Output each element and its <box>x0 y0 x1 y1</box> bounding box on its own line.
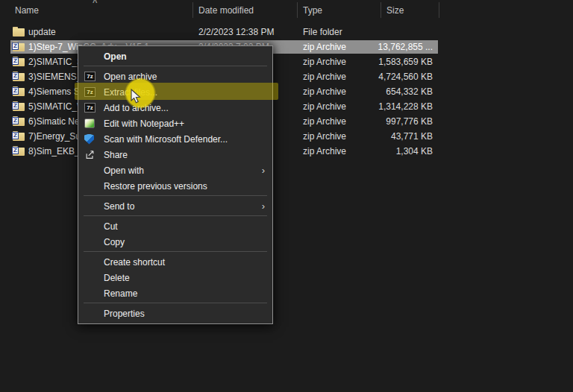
menu-item-open[interactable]: Open <box>78 48 272 64</box>
file-type: zip Archive <box>303 42 346 52</box>
7zip-icon <box>84 103 96 113</box>
zip-archive-icon: Z <box>12 57 26 67</box>
zip-archive-icon: Z <box>12 116 26 127</box>
menu-separator <box>84 215 267 216</box>
zip-archive-icon: Z <box>12 72 26 82</box>
microsoft-defender-shield-icon <box>84 134 94 145</box>
column-header-name[interactable]: Name <box>15 5 39 16</box>
column-divider[interactable] <box>297 2 298 18</box>
file-size: 4,724,560 KB <box>349 72 433 82</box>
menu-item-cut[interactable]: Cut <box>78 218 272 234</box>
menu-item-scan-with-defender[interactable]: Scan with Microsoft Defender... <box>78 131 272 147</box>
menu-item-create-shortcut[interactable]: Create shortcut <box>78 254 272 270</box>
file-type: File folder <box>303 27 342 37</box>
file-name: 2)SIMATIC_S <box>28 57 83 67</box>
zip-archive-icon: Z <box>12 86 26 97</box>
menu-item-edit-with-notepad-plus-plus[interactable]: Edit with Notepad++ <box>78 116 272 131</box>
file-name: 7)Energy_Su <box>28 131 81 142</box>
chevron-right-icon: › <box>262 165 265 175</box>
file-size: 1,304 KB <box>349 146 433 157</box>
context-menu: Open Open archive Extract files... Add t… <box>78 45 273 324</box>
menu-separator <box>84 251 267 252</box>
menu-separator <box>84 303 267 303</box>
file-size: 997,776 KB <box>349 116 433 127</box>
zip-archive-icon: Z <box>12 101 26 112</box>
file-row-update[interactable]: update 2/2/2023 12:38 PM File folder <box>0 25 573 39</box>
menu-item-open-archive[interactable]: Open archive <box>78 69 272 84</box>
file-name: 4)Siemens S <box>28 86 80 97</box>
menu-separator <box>84 195 267 196</box>
menu-item-share[interactable]: Share <box>78 147 272 162</box>
file-size: 654,332 KB <box>349 86 433 97</box>
menu-separator <box>84 66 267 66</box>
menu-item-send-to[interactable]: Send to › <box>78 198 272 214</box>
zip-archive-icon: Z <box>12 146 26 157</box>
menu-item-restore-previous-versions[interactable]: Restore previous versions <box>78 178 272 194</box>
share-icon <box>84 150 96 160</box>
file-type: zip Archive <box>303 101 346 112</box>
file-type: zip Archive <box>303 72 346 82</box>
file-explorer-window: ^ Name Date modified Type Size update 2/… <box>0 0 573 392</box>
file-type: zip Archive <box>303 86 346 97</box>
sort-ascending-icon: ^ <box>93 0 97 7</box>
notepad-plus-plus-icon <box>84 118 95 128</box>
file-size: 43,771 KB <box>349 131 433 142</box>
folder-icon <box>12 27 26 37</box>
file-size: 1,583,659 KB <box>349 57 433 67</box>
file-type: zip Archive <box>303 116 346 127</box>
file-name: 8)Sim_EKB_I <box>28 146 82 157</box>
menu-item-delete[interactable]: Delete <box>78 270 272 285</box>
menu-item-properties[interactable]: Properties <box>78 306 272 321</box>
column-header-size[interactable]: Size <box>386 5 404 16</box>
zip-archive-icon: Z <box>12 131 26 142</box>
column-divider[interactable] <box>381 2 381 18</box>
menu-item-extract-files[interactable]: Extract files... <box>78 84 272 100</box>
chevron-right-icon: › <box>262 201 265 211</box>
7zip-icon <box>84 87 96 97</box>
file-type: zip Archive <box>303 131 346 142</box>
column-divider[interactable] <box>439 2 439 18</box>
column-divider[interactable] <box>192 2 193 18</box>
menu-item-rename[interactable]: Rename <box>78 285 272 301</box>
file-type: zip Archive <box>303 57 346 67</box>
menu-item-add-to-archive[interactable]: Add to archive... <box>78 100 272 116</box>
file-type: zip Archive <box>303 146 346 157</box>
column-header-date-modified[interactable]: Date modified <box>198 5 254 16</box>
zip-archive-icon: Z <box>12 42 26 52</box>
column-header-type[interactable]: Type <box>303 5 322 16</box>
file-name: 5)SIMATIC_W <box>28 101 85 112</box>
file-name: 6)Simatic Ne <box>28 116 80 127</box>
file-size: 13,762,855 ... <box>349 42 433 52</box>
menu-item-copy[interactable]: Copy <box>78 234 272 250</box>
file-date: 2/2/2023 12:38 PM <box>198 27 274 37</box>
menu-item-open-with[interactable]: Open with › <box>78 162 272 178</box>
file-size: 1,314,228 KB <box>349 101 433 112</box>
file-name: update <box>28 27 56 37</box>
7zip-icon <box>84 72 96 81</box>
